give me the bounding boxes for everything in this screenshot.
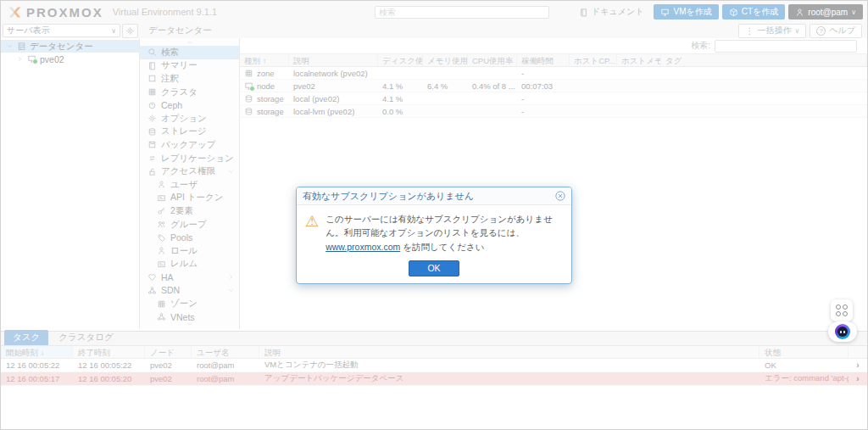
proxmox-app: PROXMOX Virtual Environment 9.1.1 ドキュメント… xyxy=(0,0,868,430)
subscription-dialog: 有効なサブスクリプションがありません ⚠ このサーバーには有効なサブスクリプショ… xyxy=(296,187,572,284)
warning-icon: ⚠ xyxy=(305,214,319,229)
apps-grid-icon[interactable] xyxy=(831,299,853,321)
dialog-title: 有効なサブスクリプションがありません xyxy=(303,190,474,203)
ok-button[interactable]: OK xyxy=(409,260,459,276)
proxmox-link[interactable]: www.proxmox.com xyxy=(326,242,400,252)
dialog-message: このサーバーには有効なサブスクリプションがありません。利用可能なオプションのリス… xyxy=(326,212,563,254)
dialog-footer: OK xyxy=(297,257,571,283)
dialog-body: ⚠ このサーバーには有効なサブスクリプションがありません。利用可能なオプションの… xyxy=(297,205,571,257)
dialog-titlebar: 有効なサブスクリプションがありません xyxy=(297,187,571,205)
close-icon[interactable] xyxy=(555,191,565,201)
assistant-robot-icon[interactable] xyxy=(828,321,857,342)
